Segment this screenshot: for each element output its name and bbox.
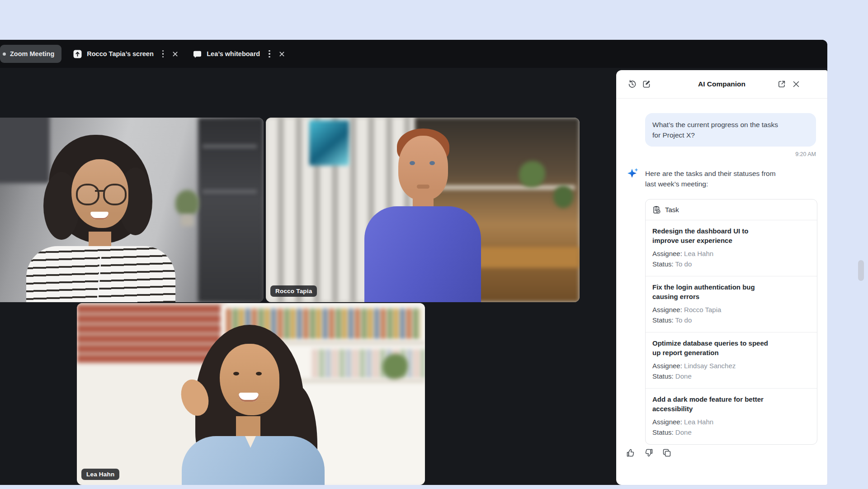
tab-options-menu-icon[interactable] (160, 48, 166, 60)
plant (553, 185, 573, 208)
task-title: Fix the login authentication bug causing… (652, 282, 810, 301)
plant (175, 190, 199, 215)
video-tile-rocco-tapia[interactable]: Rocco Tapia (266, 118, 580, 302)
plant (519, 161, 545, 187)
video-tile-lea-hahn[interactable]: Lea Hahn (77, 303, 425, 485)
task-card-title: Task (665, 206, 679, 214)
ai-panel-header: AI Companion (616, 70, 827, 99)
tab-close-icon[interactable] (171, 50, 179, 58)
eye (429, 161, 435, 165)
tab-rocco-screen[interactable]: Rocco Tapia’s screen (73, 45, 153, 63)
user-message-bubble: What’s the current progress on the tasks… (645, 113, 816, 147)
participant-name-lea-hahn: Lea Hahn (81, 469, 119, 480)
mouth (417, 185, 429, 189)
task-title: Optimize database queries to speed up re… (652, 338, 810, 357)
shelf-line (203, 145, 257, 148)
teal-wall-art (309, 120, 349, 166)
eye (410, 161, 415, 165)
task-status-line: Status: To do (652, 315, 810, 325)
thumbs-up-icon[interactable] (625, 447, 636, 458)
tab-options-menu-icon[interactable] (267, 48, 272, 60)
task-assignee-line: Assignee: Lea Hahn (652, 417, 810, 427)
close-icon[interactable] (791, 79, 801, 89)
eye (233, 372, 239, 375)
task-row: Fix the login authentication bug causing… (646, 276, 817, 332)
message-timestamp: 9:20 AM (795, 151, 816, 157)
desktop-scrollbar-thumb[interactable] (858, 260, 864, 281)
tab-label: Zoom Meeting (10, 50, 54, 57)
tab-lea-whiteboard[interactable]: Lea’s whiteboard (193, 45, 260, 63)
participant-name-rocco-tapia: Rocco Tapia (270, 285, 317, 297)
task-assignee-line: Assignee: Rocco Tapia (652, 304, 810, 315)
task-row: Redesign the dashboard UI to improve use… (646, 220, 817, 276)
wall-frame (0, 118, 50, 183)
glasses-right-lens (103, 184, 127, 205)
task-row: Add a dark mode feature for better acces… (646, 388, 817, 444)
task-assignee-line: Assignee: Lindsay Sanchez (652, 361, 810, 371)
brick-wall (77, 303, 226, 363)
new-chat-icon[interactable] (642, 79, 651, 89)
task-status-line: Status: To do (652, 259, 810, 269)
denim-shirt (182, 436, 325, 485)
face (220, 344, 279, 415)
pop-out-icon[interactable] (777, 79, 787, 89)
smile (239, 393, 259, 402)
task-status-line: Status: Done (652, 371, 810, 381)
glasses-bridge (95, 190, 104, 192)
video-tile-lindsay-sanchez[interactable]: ez (0, 118, 264, 302)
blue-shirt (364, 206, 481, 302)
book-row (312, 349, 425, 378)
shelf-line (203, 190, 257, 193)
plant (382, 354, 408, 379)
feedback-actions (625, 447, 672, 458)
task-clipboard-icon (652, 205, 661, 214)
task-assignee-line: Assignee: Lea Hahn (652, 248, 810, 259)
meeting-tab-icon (3, 52, 6, 56)
tab-zoom-meeting[interactable]: Zoom Meeting (0, 45, 61, 63)
whiteboard-icon (193, 50, 202, 58)
eye (256, 372, 262, 375)
tab-bar: Zoom Meeting Rocco Tapia’s screen Lea’s … (0, 40, 827, 68)
copy-icon[interactable] (661, 447, 672, 458)
neck (236, 416, 260, 437)
task-card: Task Redesign the dashboard UI to improv… (645, 199, 817, 445)
task-list: Redesign the dashboard UI to improve use… (646, 220, 817, 444)
task-card-header: Task (646, 199, 817, 220)
screen-share-icon (73, 50, 82, 58)
task-status-line: Status: Done (652, 427, 810, 437)
task-title: Add a dark mode feature for better acces… (652, 394, 810, 413)
history-icon[interactable] (627, 79, 637, 89)
face (398, 136, 448, 200)
smile (90, 212, 108, 219)
thumbs-down-icon[interactable] (643, 447, 654, 458)
glasses-left-lens (76, 184, 99, 205)
ai-companion-sparkle-icon (627, 167, 639, 180)
tab-label: Lea’s whiteboard (207, 50, 260, 57)
ai-companion-panel: AI Companion What’s the current p (616, 70, 827, 485)
task-title: Redesign the dashboard UI to improve use… (652, 226, 810, 245)
plant-pot (181, 214, 193, 226)
tab-label: Rocco Tapia’s screen (87, 50, 153, 57)
tab-close-icon[interactable] (278, 50, 286, 58)
task-row: Optimize database queries to speed up re… (646, 332, 817, 388)
ai-response-text: Here are the tasks and their statuses fr… (645, 168, 819, 189)
